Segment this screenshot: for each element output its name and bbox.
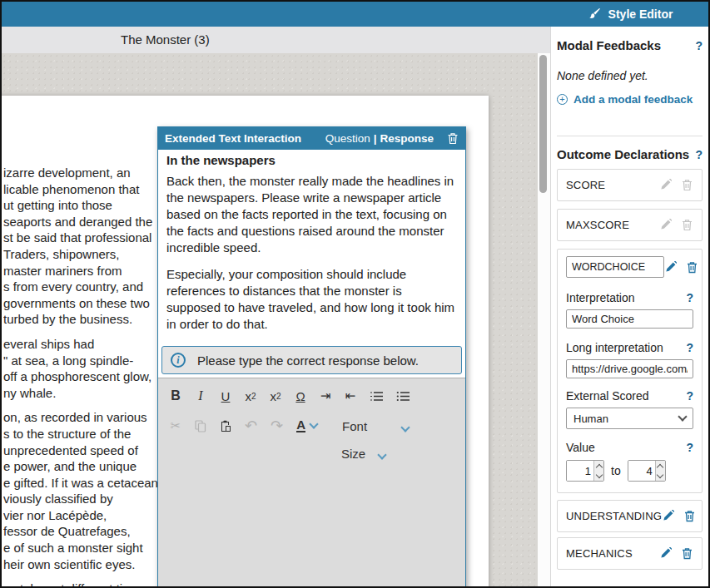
bold-button[interactable]: B [170,388,181,403]
external-scored-label: External Scored [566,389,649,403]
value-to-stepper[interactable] [628,460,666,482]
help-icon[interactable]: ? [686,441,693,454]
info-icon: i [171,353,186,368]
outcome-declarations-title: Outcome Declarations [557,147,689,161]
page-text-line: e gifted. If it was a cetacean, [3,475,157,492]
trash-icon[interactable] [686,261,698,274]
tab-separator: | [374,132,377,145]
underline-button[interactable]: U [220,389,231,403]
page-text-line: master mariners from [3,263,157,279]
value-from-input[interactable] [567,461,593,481]
stepper-buttons[interactable] [593,461,603,481]
page-text-line: " at sea, a long spindle- [3,353,157,369]
step-down-icon[interactable] [594,471,603,481]
interaction-prompt[interactable]: In the newspapers Back then, the monster… [158,150,465,344]
edit-pencil-icon[interactable] [662,510,674,522]
copy-icon[interactable] [195,420,206,432]
edit-pencil-icon[interactable] [659,219,672,231]
subscript-button[interactable]: x2 [245,389,256,403]
step-up-icon[interactable] [594,461,603,471]
help-icon[interactable]: ? [686,291,693,304]
paragraph-gap [3,401,157,409]
help-icon[interactable]: ? [686,389,693,403]
chevron-down-icon [309,419,318,428]
outcome-label: SCORE [566,179,659,191]
page-text-line: heir own scientific eyes. [3,556,157,573]
special-character-button[interactable]: Ω [295,389,306,403]
value-label: Value [566,441,595,454]
response-instruction-text: Please type the correct response below. [197,353,419,368]
step-down-icon[interactable] [656,471,665,481]
ordered-list-icon[interactable] [370,391,383,402]
value-from-stepper[interactable] [566,460,604,482]
prompt-heading: In the newspapers [166,153,457,167]
edit-pencil-icon[interactable] [664,261,677,274]
outcome-card-mechanics: MECHANICS [557,537,703,570]
page-text-line: izarre development, an [3,165,157,181]
page-text-line: vier nor Lacépède, [3,507,157,524]
outcome-card-score: SCORE [557,169,703,201]
page-text-line: ut getting into those [3,197,157,214]
trash-icon[interactable] [681,219,693,231]
outcome-identifier-input[interactable] [566,256,664,278]
paragraph-gap [3,572,157,581]
help-icon[interactable]: ? [695,148,703,161]
page-text-line: e of such a monster sight [3,540,157,556]
outcome-card-maxscore: MAXSCORE [557,209,703,241]
interpretation-label: Interpretation [566,291,635,304]
page-text-line: seaports and deranged the [3,214,157,230]
extended-text-interaction-widget[interactable]: Extended Text Interaction Question|Respo… [157,126,466,588]
font-dropdown[interactable]: Font [342,419,409,433]
indent-icon[interactable]: ⇥ [320,388,331,403]
style-editor-header[interactable]: Style Editor [552,2,708,27]
delete-interaction-icon[interactable] [447,132,459,145]
document-title: The Monster (3) [121,32,210,47]
outcome-label: MAXSCORE [566,219,659,231]
long-interpretation-input[interactable] [566,359,693,378]
help-icon[interactable]: ? [695,39,703,52]
trash-icon[interactable] [683,510,696,522]
edit-pencil-icon[interactable] [659,179,672,191]
outcome-declarations-header: Outcome Declarations ? [557,147,703,161]
step-up-icon[interactable] [656,461,665,471]
outdent-icon[interactable]: ⇤ [345,388,356,403]
redo-icon[interactable]: ↷ [271,417,283,435]
canvas-scrollbar-thumb[interactable] [539,55,547,193]
interpretation-input[interactable] [566,309,693,329]
chevron-down-icon [378,450,387,459]
value-to-word: to [611,464,621,477]
undo-icon[interactable]: ↶ [245,417,257,435]
paste-icon[interactable] [220,420,231,432]
section-divider [557,136,703,136]
trash-icon[interactable] [681,179,693,191]
page-text-line: viously classified by [3,491,157,507]
text-color-button[interactable]: A [296,419,317,432]
stepper-buttons[interactable] [655,461,665,481]
outcome-card-understanding: UNDERSTANDING [557,500,703,532]
cut-icon[interactable]: ✂ [170,418,181,433]
bullet-list-icon[interactable] [396,391,410,402]
superscript-button[interactable]: x2 [270,389,281,403]
italic-button[interactable]: I [195,388,206,403]
page-text-line: ns taken at different tim [3,581,157,588]
edit-pencil-icon[interactable] [659,547,672,560]
page-text-line: st be said that professional [3,230,157,246]
response-instruction-box: i Please type the correct response below… [161,346,462,374]
chevron-down-icon [400,422,410,432]
response-editor-area[interactable]: B I U x2 x2 Ω ⇥ ⇤ ✂ [158,378,465,588]
add-modal-feedback-link[interactable]: + Add a modal feedback [557,93,703,106]
page-text-line: s from every country, and [3,279,157,295]
external-scored-select[interactable]: Human [566,408,693,429]
add-modal-feedback-label: Add a modal feedback [573,93,693,106]
tab-response[interactable]: Response [380,132,434,145]
trash-icon[interactable] [681,547,693,560]
value-to-input[interactable] [628,461,655,481]
help-icon[interactable]: ? [686,341,693,354]
size-dropdown[interactable]: Size [341,447,385,461]
canvas-scrollbar[interactable] [538,53,550,588]
tab-question[interactable]: Question [325,132,370,145]
page-text-line: Traders, shipowners, [3,246,157,263]
page-text-line: licable phenomenon that [3,181,157,198]
app-window: Style Editor The Monster (3) izarre deve… [0,0,710,588]
page-text-line: governments on these two [3,295,157,312]
